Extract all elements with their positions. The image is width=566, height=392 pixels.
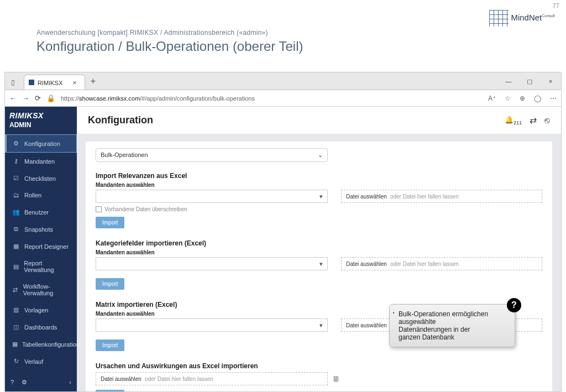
config-section-dropdown[interactable]: Bulk-Operationen ⌄: [96, 148, 328, 162]
help-badge-icon: ?: [507, 298, 521, 312]
sidebar-logo: RIMIKSX: [5, 107, 77, 121]
sidebar-item-tabellenkonfiguration[interactable]: ▦Tabellenkonfiguration: [5, 336, 77, 353]
sidebar-item-label: Rollen: [24, 192, 41, 198]
back-button[interactable]: ←: [9, 94, 17, 102]
import-button[interactable]: Import: [96, 339, 124, 351]
mindnet-logo: MindNetConsult: [489, 10, 555, 27]
window-maximize-button[interactable]: ▢: [519, 74, 540, 90]
tab-title: RIMIKSX: [38, 80, 62, 86]
sidebar-item-label: Report Verwaltung: [24, 260, 71, 273]
chevron-down-icon: ⌄: [318, 151, 323, 159]
section-kategoriefelder: Kategoriefelder importieren (Excel): [96, 239, 542, 247]
info-tooltip: Bulk-Operationen ermöglichen ausgewählte…: [389, 304, 515, 347]
users-icon: 👥: [12, 208, 20, 216]
checklist-icon: ☑: [12, 175, 20, 182]
file-attach-icon[interactable]: 🗎: [332, 374, 340, 383]
mandanten-select[interactable]: ▾: [96, 318, 328, 332]
slide-kicker: Anwenderschulung [kompakt] RIMIKSX / Adm…: [36, 29, 303, 36]
sidebar-item-dashboards[interactable]: ◫Dashboards: [5, 318, 77, 336]
logo-grid-icon: [489, 10, 509, 27]
url-field[interactable]: https://showcase.rimiksx.com/#/app/admin…: [61, 95, 479, 102]
collections-icon[interactable]: ⊕: [520, 95, 525, 102]
profile-icon[interactable]: ◯: [534, 95, 541, 102]
file-dropzone[interactable]: Datei auswählenoder Datei hier fallen la…: [341, 257, 542, 270]
sidebar-item-workflow[interactable]: ⇄Workflow-Verwaltung: [5, 278, 77, 301]
field-label-mandanten: Mandanten auswählen: [96, 249, 542, 255]
settings-icon[interactable]: ⚙: [22, 379, 27, 386]
user-switch-icon[interactable]: ⇄: [530, 115, 537, 126]
config-panel: Bulk-Operationen ⌄ Import Relevanzen aus…: [86, 142, 552, 391]
sidebar: RIMIKSX ADMIN ⚙Konfiguration ⚷Mandanten …: [5, 107, 77, 391]
favorites-icon[interactable]: ☆: [505, 95, 511, 102]
mandanten-select[interactable]: ▾: [96, 190, 328, 203]
window-minimize-button[interactable]: —: [498, 74, 519, 90]
sidebar-item-label: Vorlagen: [24, 307, 48, 313]
section-ursachen: Ursachen und Auswirkungen aus Excel impo…: [96, 362, 542, 370]
sidebar-item-snapshots[interactable]: ⧉Snapshots: [5, 221, 77, 238]
sidebar-item-checklisten[interactable]: ☑Checklisten: [5, 170, 77, 187]
sidebar-item-label: Workflow-Verwaltung: [23, 283, 71, 296]
sidebar-item-label: Benutzer: [24, 209, 49, 216]
report-admin-icon: ▤: [12, 263, 19, 270]
workflow-icon: ⇄: [12, 286, 19, 294]
logo-subtext: Consult: [542, 14, 555, 18]
file-dropzone[interactable]: Datei auswählenoder Datei hier fallen la…: [96, 372, 328, 385]
sidebar-item-label: Verlauf: [24, 358, 43, 365]
lock-icon: 🔒: [46, 94, 55, 102]
import-button[interactable]: Import: [96, 217, 124, 228]
templates-icon: ▥: [12, 306, 20, 313]
snapshot-icon: ⧉: [12, 226, 20, 233]
sidebar-item-benutzer[interactable]: 👥Benutzer: [5, 203, 77, 221]
sidebar-item-label: Dashboards: [24, 324, 57, 331]
menu-icon[interactable]: ⋯: [550, 95, 557, 102]
table-config-icon: ▦: [12, 341, 18, 348]
sidebar-item-label: Mandanten: [24, 158, 55, 165]
close-tab-icon[interactable]: ×: [72, 79, 77, 87]
refresh-button[interactable]: ⟳: [35, 94, 41, 102]
sidebar-item-konfiguration[interactable]: ⚙Konfiguration: [5, 134, 77, 153]
browser-tabstrip: ▯ RIMIKSX × + — ▢ ×: [5, 72, 561, 90]
window-close-button[interactable]: ×: [540, 74, 561, 90]
sidebar-item-mandanten[interactable]: ⚷Mandanten: [5, 153, 77, 170]
import-button[interactable]: Import: [96, 278, 124, 290]
forward-button[interactable]: →: [22, 94, 29, 102]
mandanten-select[interactable]: ▾: [96, 257, 328, 270]
collapse-icon[interactable]: ‹: [69, 379, 71, 386]
page-title: Konfiguration: [88, 114, 153, 126]
dashboard-icon: ◫: [12, 323, 20, 331]
field-label-mandanten: Mandanten auswählen: [96, 182, 542, 188]
sidebar-item-report-verwaltung[interactable]: ▤Report Verwaltung: [5, 255, 77, 278]
sidebar-admin-label: ADMIN: [5, 121, 77, 134]
logo-text: MindNet: [511, 13, 542, 22]
sidebar-item-label: Report Designer: [24, 243, 69, 250]
tab-list-icon[interactable]: ▯: [5, 79, 20, 90]
new-tab-button[interactable]: +: [85, 73, 101, 90]
logout-icon[interactable]: ⎋: [544, 116, 550, 126]
notifications-button[interactable]: 🔔211: [505, 116, 522, 126]
browser-urlbar: ← → ⟳ 🔒 https://showcase.rimiksx.com/#/a…: [5, 90, 561, 107]
sidebar-item-report-designer[interactable]: ▦Report Designer: [5, 238, 77, 255]
gear-icon: ⚙: [12, 140, 20, 147]
page-number: 77: [553, 2, 559, 9]
sidebar-item-label: Checklisten: [24, 175, 56, 182]
browser-tab[interactable]: RIMIKSX ×: [24, 75, 85, 90]
sidebar-item-label: Snapshots: [24, 226, 53, 233]
sidebar-item-vorlagen[interactable]: ▥Vorlagen: [5, 301, 77, 318]
roles-icon: 🗂: [12, 192, 20, 198]
sidebar-item-label: Konfiguration: [24, 140, 60, 147]
overwrite-checkbox[interactable]: Vorhandene Daten überschreiben: [96, 206, 542, 212]
help-icon[interactable]: ?: [11, 379, 14, 386]
report-designer-icon: ▦: [12, 243, 20, 250]
sidebar-item-rollen[interactable]: 🗂Rollen: [5, 187, 77, 203]
sidebar-item-label: Tabellenkonfiguration: [22, 341, 80, 348]
import-button[interactable]: Import: [96, 390, 124, 391]
slide-title: Konfiguration / Bulk-Operationen (oberer…: [36, 39, 303, 54]
page-header: Konfiguration 🔔211 ⇄ ⎋: [77, 107, 561, 134]
history-icon: ↻: [12, 358, 20, 365]
checkbox-icon: [96, 206, 102, 212]
read-aloud-icon[interactable]: A⁺: [488, 95, 496, 102]
file-dropzone[interactable]: Datei auswählenoder Datei hier fallen la…: [341, 190, 542, 203]
tab-favicon: [29, 80, 34, 85]
sidebar-item-verlauf[interactable]: ↻Verlauf: [5, 353, 77, 370]
tenant-icon: ⚷: [12, 158, 20, 165]
